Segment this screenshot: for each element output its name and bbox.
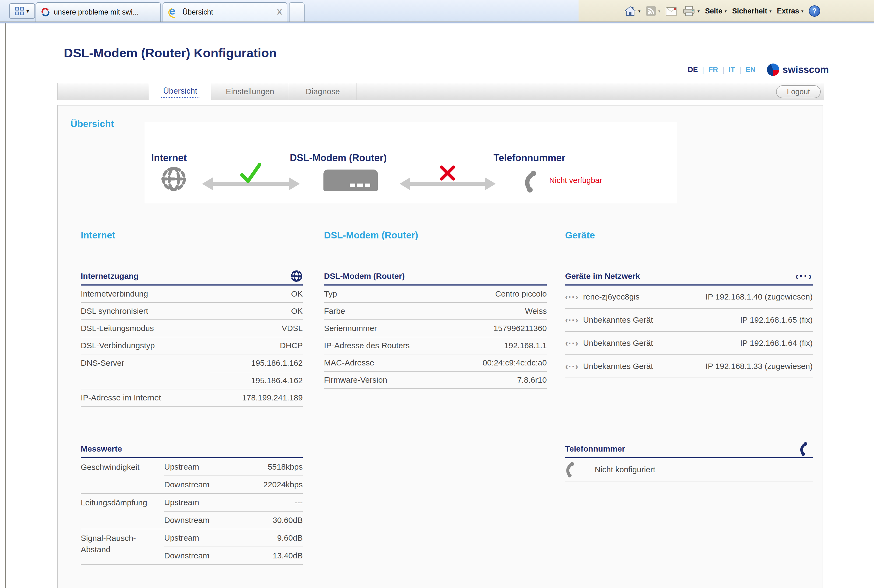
quick-tabs-grid-icon — [15, 7, 24, 15]
table-row: Firmware-Version 7.8.6r10 — [324, 372, 547, 389]
browser-tab-forum[interactable]: unsere probleme mit swi... — [36, 2, 161, 21]
swisscom-logo-icon — [767, 63, 779, 76]
seite-menu[interactable]: Seite ▾ — [705, 7, 727, 15]
quick-tabs-dropdown-icon[interactable]: ▾ — [26, 8, 29, 14]
swisscom-logo-text: swisscom — [783, 64, 829, 75]
check-ok-icon — [239, 162, 262, 186]
table-header: DSL-Modem (Router) — [324, 268, 547, 285]
globe-icon — [290, 270, 303, 282]
print-dropdown-icon[interactable]: ▾ — [697, 9, 700, 14]
internet-section-heading: Internet — [81, 230, 115, 241]
tab-diagnose-label: Diagnose — [306, 87, 340, 96]
row-value: 192.168.1.1 — [504, 341, 547, 350]
row-value: OK — [291, 289, 303, 298]
device-row: ‹··› rene-zj6yec8gis IP 192.168.1.40 (zu… — [565, 285, 813, 309]
tab-title: unsere probleme mit swi... — [54, 8, 139, 16]
extras-dropdown-icon: ▾ — [801, 9, 804, 14]
sub-value: 9.60dB — [277, 533, 303, 543]
language-switcher: DE | FR | IT | EN swisscom — [688, 63, 831, 76]
row-value: OK — [291, 306, 303, 316]
mail-icon — [666, 6, 677, 16]
sicherheit-menu[interactable]: Sicherheit ▾ — [732, 7, 772, 15]
help-icon: ? — [813, 7, 817, 15]
lang-en[interactable]: EN — [746, 66, 756, 74]
geraete-table-title: Geräte im Netzwerk — [565, 272, 640, 280]
tab-diagnose[interactable]: Diagnose — [289, 83, 357, 100]
rss-icon — [646, 6, 656, 16]
device-ip: IP 192.168.1.65 (fix) — [740, 315, 813, 324]
tab-einstellungen[interactable]: Einstellungen — [211, 83, 289, 100]
table-row: DSL synchronisiert OK — [81, 303, 303, 320]
forum-favicon-icon — [41, 8, 50, 16]
diagram-modem-label: DSL-Modem (Router) — [290, 152, 387, 164]
table-row: Farbe Weiss — [324, 303, 547, 320]
device-name: rene-zj6yec8gis — [583, 292, 640, 302]
home-button[interactable]: ▾ — [624, 6, 640, 16]
sub-value: 13.40dB — [273, 551, 303, 560]
connection-diagram: Internet DSL-Modem (Router) Telefonnumme… — [144, 122, 677, 204]
read-mail-button[interactable] — [666, 6, 677, 16]
sub-label: Upstream — [164, 462, 268, 471]
phone-icon — [798, 441, 814, 456]
logout-button[interactable]: Logout — [776, 85, 821, 98]
device-row: ‹··› Unbekanntes Gerät IP 192.168.1.65 (… — [565, 309, 813, 332]
table-row: Internetverbindung OK — [81, 285, 303, 303]
table-header: Messwerte — [81, 441, 303, 458]
row-label: MAC-Adresse — [324, 358, 374, 368]
device-name: Unbekanntes Gerät — [583, 339, 653, 348]
close-tab-icon[interactable]: X — [277, 8, 282, 16]
geraete-section-heading: Geräte — [565, 230, 595, 241]
sicherheit-dropdown-icon: ▾ — [769, 9, 772, 14]
lang-de[interactable]: DE — [688, 66, 698, 74]
table-row: 195.186.4.162 — [81, 372, 303, 389]
tab-uebersicht[interactable]: Übersicht — [149, 83, 211, 101]
phone-status-text: Nicht verfügbar — [549, 176, 602, 185]
lang-fr[interactable]: FR — [709, 66, 718, 74]
phone-status-underline — [546, 191, 671, 191]
feeds-button[interactable]: ▾ — [646, 6, 660, 16]
phone-icon — [522, 169, 546, 194]
home-icon — [624, 6, 636, 16]
swisscom-logo: swisscom — [767, 63, 829, 76]
browser-tab-uebersicht[interactable]: e Übersicht X — [162, 2, 287, 21]
print-button[interactable]: ▾ — [682, 6, 700, 16]
sub-label: Downstream — [164, 516, 273, 525]
nav-spacer — [58, 83, 149, 100]
group-label: Geschwindigkeit — [81, 462, 156, 473]
browser-chrome: ▾ unsere probleme mit swi... e Übersicht… — [0, 0, 874, 21]
row-label: IP-Adresse des Routers — [324, 341, 409, 350]
extras-menu[interactable]: Extras ▾ — [777, 7, 804, 15]
row-value: 7.8.6r10 — [517, 375, 547, 384]
lang-it[interactable]: IT — [729, 66, 735, 74]
home-dropdown-icon[interactable]: ▾ — [638, 9, 640, 14]
screenshot-root: ▾ unsere probleme mit swi... e Übersicht… — [0, 0, 874, 588]
table-row: Seriennummer 157996211360 — [324, 320, 547, 337]
help-button[interactable]: ? — [809, 5, 820, 16]
quick-tabs-button[interactable]: ▾ — [9, 3, 35, 19]
row-value: 178.199.241.189 — [242, 393, 303, 402]
table-row: DSL-Leitungsmodus VDSL — [81, 320, 303, 337]
messwerte-group: Leitungsdämpfung Upstream --- Downstream… — [81, 494, 303, 530]
messwerte-group: Geschwindigkeit Upstream 5518kbps Downst… — [81, 458, 303, 494]
tab-title: Übersicht — [183, 8, 213, 16]
device-row: ‹··› Unbekanntes Gerät IP 192.168.1.33 (… — [565, 355, 813, 378]
sub-value: --- — [295, 498, 303, 507]
device-ip: IP 192.168.1.40 (zugewiesen) — [706, 292, 813, 302]
row-label: Firmware-Version — [324, 375, 387, 384]
device-name: Unbekanntes Gerät — [583, 315, 653, 324]
row-label: Typ — [324, 289, 337, 298]
modem-table: DSL-Modem (Router) Typ Centro piccolo Fa… — [324, 268, 547, 389]
logout-button-label: Logout — [787, 87, 810, 96]
group-label: Signal-Rausch-Abstand — [81, 532, 156, 555]
sub-label: Downstream — [164, 480, 263, 489]
geraete-table: Geräte im Netzwerk ‹··› ‹··› rene-zj6yec… — [565, 268, 813, 378]
table-header: Internetzugang — [81, 268, 303, 285]
new-tab-stub[interactable] — [289, 2, 304, 21]
tab-einstellungen-label: Einstellungen — [226, 87, 274, 96]
seite-menu-label: Seite — [705, 7, 723, 15]
phone-config-status: Nicht konfiguriert — [595, 465, 655, 474]
sub-value: 22024kbps — [263, 480, 303, 489]
device-name: Unbekanntes Gerät — [583, 362, 653, 371]
seite-dropdown-icon: ▾ — [725, 9, 727, 14]
error-x-icon — [439, 165, 456, 182]
